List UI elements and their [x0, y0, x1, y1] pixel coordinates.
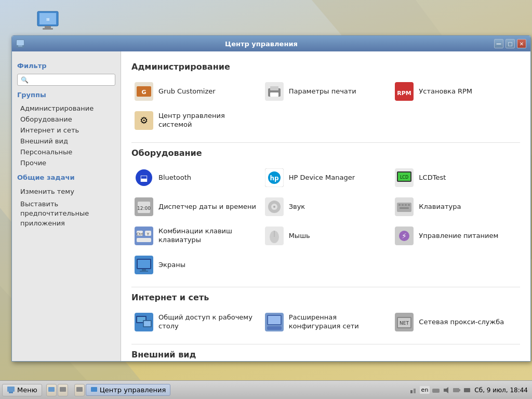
item-proxy-label: Сетевая прокси-служба [419, 318, 504, 327]
item-screens-icon [135, 256, 153, 274]
task-change-theme[interactable]: Изменить тему [17, 185, 115, 198]
item-lcd[interactable]: LCD LCDTest [392, 164, 520, 191]
filter-title: Фильтр [17, 62, 115, 70]
item-print-icon [265, 82, 284, 101]
taskbar-app-btn[interactable]: Центр управления [86, 384, 171, 396]
svg-text:NET: NET [400, 321, 409, 326]
item-keyboard-icon [395, 197, 414, 216]
control-center-window: Центр управления — □ ✕ Фильтр 🔍 Группы А… [11, 35, 531, 362]
svg-rect-99 [414, 389, 416, 393]
svg-rect-50 [137, 238, 151, 242]
svg-rect-7 [43, 28, 53, 30]
item-control-sys[interactable]: ⚙ Центр управления системой [131, 107, 260, 134]
sidebar-item-personal[interactable]: Персональные [17, 147, 115, 157]
groups-title: Группы [17, 91, 115, 99]
item-power-icon: ⚡ [395, 227, 414, 245]
item-bluetooth[interactable]: ⬓ Bluetooth [131, 164, 260, 191]
item-control-sys-icon: ⚙ [135, 111, 153, 130]
item-hp-icon: hp [265, 168, 284, 187]
menu-button[interactable]: Меню [2, 384, 42, 396]
item-grub[interactable]: G Grub Customizer [131, 78, 260, 105]
sidebar-item-appearance[interactable]: Внешний вид [17, 136, 115, 147]
item-mouse[interactable]: Мышь [262, 222, 390, 249]
item-keyboard[interactable]: Клавиатура [392, 193, 520, 220]
section-admin-heading: Администрирование [131, 62, 520, 72]
svg-rect-104 [459, 389, 460, 391]
item-hp-label: HP Device Manager [289, 174, 355, 182]
svg-rect-98 [410, 390, 413, 393]
item-screens[interactable]: Экраны [131, 251, 260, 278]
separator-3 [131, 344, 520, 344]
svg-rect-105 [464, 388, 470, 392]
item-rpm[interactable]: RPM Установка RPM [392, 78, 520, 105]
svg-rect-101 [432, 389, 440, 393]
item-grub-label: Grub Customizer [158, 87, 216, 96]
item-datetime[interactable]: 12:00 Диспетчер даты и времени [131, 193, 260, 220]
item-desktop-share-label: Общий доступ к рабочему столу [158, 313, 257, 331]
svg-rect-97 [91, 387, 97, 392]
svg-text:RPM: RPM [397, 90, 411, 97]
item-desktop-share[interactable]: Общий доступ к рабочему столу [131, 309, 260, 336]
network2-icon [463, 386, 471, 394]
item-datetime-icon: 12:00 [135, 197, 153, 216]
svg-rect-66 [144, 321, 151, 326]
item-netconfig-icon [265, 313, 284, 331]
separator-2 [131, 287, 520, 287]
svg-text:G: G [141, 89, 146, 96]
svg-rect-70 [267, 326, 282, 330]
maximize-button[interactable]: □ [506, 39, 515, 48]
volume-icon [442, 386, 450, 394]
item-grub-icon: G [135, 82, 153, 101]
svg-rect-17 [270, 92, 278, 97]
taskbar-icon-3[interactable] [74, 384, 85, 396]
taskbar-app-label: Центр управления [100, 386, 166, 394]
taskbar-icon-1[interactable] [46, 384, 57, 396]
svg-rect-96 [76, 387, 83, 392]
sidebar-item-internet[interactable]: Интернет и сеть [17, 125, 115, 136]
item-control-sys-label: Центр управления системой [158, 112, 257, 129]
item-proxy-icon: NET [395, 313, 414, 331]
item-hp[interactable]: hp HP Device Manager [262, 164, 390, 191]
item-power[interactable]: ⚡ Управление питанием [392, 222, 520, 249]
item-sound[interactable]: Звук [262, 193, 390, 220]
item-proxy[interactable]: NET Сетевая прокси-служба [392, 309, 520, 336]
svg-rect-10 [18, 45, 22, 47]
item-rpm-icon: RPM [395, 82, 414, 101]
search-box[interactable]: 🔍 [17, 74, 115, 86]
svg-rect-43 [408, 204, 410, 206]
search-input[interactable] [31, 76, 98, 84]
item-power-label: Управление питанием [419, 232, 498, 241]
svg-text:⬓: ⬓ [140, 173, 148, 183]
svg-marker-102 [444, 387, 448, 393]
item-netconfig[interactable]: Расширенная конфигурация сети [262, 309, 390, 336]
close-button[interactable]: ✕ [517, 39, 526, 48]
minimize-button[interactable]: — [494, 39, 503, 48]
task-preferred-apps[interactable]: Выставить предпочтительные приложения [17, 198, 115, 230]
svg-rect-42 [405, 204, 407, 206]
window-controls: — □ ✕ [494, 39, 526, 48]
taskbar-left: Меню Центр управления [0, 384, 172, 396]
svg-text:⊞: ⊞ [46, 17, 50, 22]
desktop-icon-control-center[interactable]: ⊞ [31, 10, 64, 31]
item-print[interactable]: Параметры печати [262, 78, 390, 105]
svg-rect-59 [138, 260, 150, 268]
tasks-list: Изменить тему Выставить предпочтительные… [17, 185, 115, 230]
lang-indicator[interactable]: en [420, 386, 430, 394]
svg-rect-44 [400, 207, 409, 209]
connection-icon [432, 386, 440, 394]
sidebar-item-admin[interactable]: Администрирование [17, 103, 115, 114]
svg-rect-41 [402, 204, 404, 206]
sidebar-item-hardware[interactable]: Оборудование [17, 114, 115, 125]
taskbar-app-icon [90, 387, 98, 394]
separator-1 [131, 142, 520, 143]
section-hardware-heading: Оборудование [131, 148, 520, 158]
sidebar-item-other[interactable]: Прочие [17, 157, 115, 168]
svg-point-37 [273, 206, 275, 208]
taskbar-icon-2[interactable] [58, 384, 68, 396]
svg-text:hp: hp [270, 175, 279, 182]
item-kbshortcuts[interactable]: CtrlY Комбинации клавиш клавиатуры [131, 222, 260, 249]
svg-rect-93 [9, 392, 13, 393]
network-icon [409, 386, 418, 394]
tasks-title: Общие задачи [17, 174, 115, 181]
item-lcd-icon: LCD [395, 168, 414, 187]
